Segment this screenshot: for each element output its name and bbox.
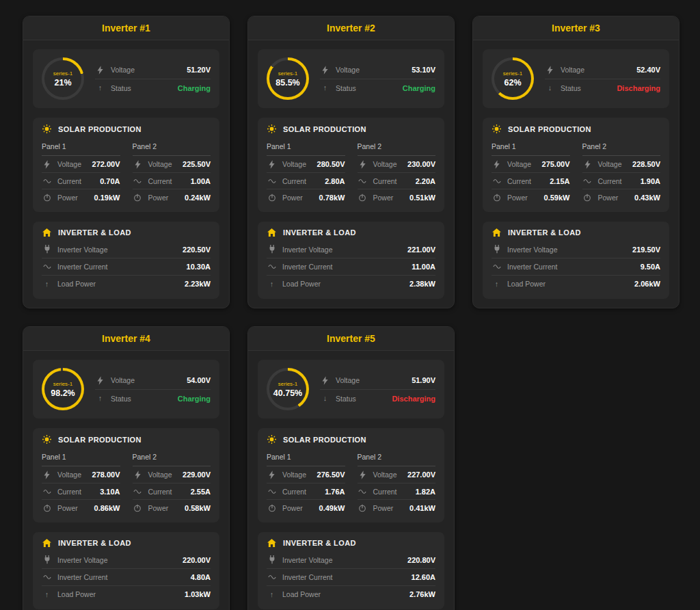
sine-wave-icon <box>133 178 143 184</box>
panel-power-label: Power <box>282 504 303 512</box>
inverter-current-label: Inverter Current <box>57 573 108 581</box>
inverter-current-value: 12.60A <box>412 573 435 581</box>
panel-column-1: Panel 1 Voltage 276.50V C <box>267 450 345 516</box>
plug-icon <box>492 245 502 254</box>
load-rows: Inverter Voltage 221.00V Inverter Curren… <box>267 241 435 292</box>
sine-wave-icon <box>492 178 502 184</box>
sine-wave-icon <box>42 489 52 494</box>
panel-voltage-value: 276.50V <box>317 470 345 479</box>
panel-current-row: Current 1.90A <box>582 172 661 189</box>
house-icon <box>267 228 277 237</box>
panel-current-label: Current <box>373 177 397 185</box>
battery-voltage-label: Voltage <box>561 66 584 74</box>
load-power-label: Load Power <box>57 280 96 288</box>
house-icon <box>267 539 277 547</box>
panel-current-label: Current <box>598 177 622 185</box>
panel-power-label: Power <box>57 504 78 512</box>
sine-wave-icon <box>358 178 368 184</box>
panel-current-label: Current <box>57 177 81 185</box>
dashboard-grid: Inverter #1 series-1 21% Voltage <box>0 0 700 610</box>
load-rows: Inverter Voltage 220.80V Inverter Curren… <box>267 551 435 602</box>
panel-power-row: Power 0.19kW <box>42 189 120 205</box>
panel-name: Panel 2 <box>582 140 661 156</box>
load-power-value: 2.76kW <box>409 590 435 598</box>
battery-status-value: Charging <box>178 395 211 403</box>
panel-name: Panel 1 <box>42 450 120 466</box>
battery-section: series-1 62% Voltage 52.40V ↓ Status <box>483 49 669 108</box>
battery-percent: 85.5% <box>275 78 299 88</box>
battery-status-value: Discharging <box>392 395 435 403</box>
power-icon <box>267 504 277 512</box>
battery-gauge-center: series-1 98.2% <box>44 371 81 408</box>
panel-power-label: Power <box>148 504 169 512</box>
sun-icon <box>492 124 502 133</box>
inverter-current-value: 11.00A <box>412 263 435 271</box>
panel-power-row: Power 0.24kW <box>133 189 211 205</box>
inverter-voltage-label: Inverter Voltage <box>282 556 333 564</box>
battery-section: series-1 85.5% Voltage 53.10V ↑ Statu <box>258 49 444 108</box>
arrow-up-icon: ↑ <box>95 84 105 92</box>
battery-status-row: ↑ Status Charging <box>95 389 211 407</box>
plug-icon <box>267 245 277 254</box>
inverter-voltage-label: Inverter Voltage <box>282 246 333 254</box>
battery-rows: Voltage 51.90V ↓ Status Discharging <box>320 371 435 407</box>
solar-panels: Panel 1 Voltage 276.50V C <box>267 450 435 516</box>
panel-power-value: 0.59kW <box>544 194 570 202</box>
load-heading: INVERTER & LOAD <box>58 228 131 237</box>
solar-panels: Panel 1 Voltage 278.00V C <box>42 450 211 516</box>
card-body: series-1 85.5% Voltage 53.10V ↑ Statu <box>248 40 454 308</box>
inverter-load-section: INVERTER & LOAD Inverter Voltage 220.00V <box>33 532 219 609</box>
panel-column-2: Panel 2 Voltage 227.00V C <box>358 450 436 516</box>
panel-column-1: Panel 1 Voltage 278.00V C <box>42 450 120 516</box>
panel-name: Panel 1 <box>267 450 345 466</box>
battery-percent: 98.2% <box>51 388 75 398</box>
panel-power-row: Power 0.41kW <box>358 499 436 516</box>
solar-heading-row: SOLAR PRODUCTION <box>267 124 435 133</box>
arrow-up-icon: ↑ <box>267 591 277 598</box>
power-icon <box>133 194 143 202</box>
inverter-current-row: Inverter Current 9.50A <box>492 258 660 275</box>
gauge-series-label: series-1 <box>53 381 72 387</box>
battery-gauge: series-1 62% <box>492 57 534 100</box>
gauge-series-label: series-1 <box>278 70 297 77</box>
panel-current-label: Current <box>373 488 397 496</box>
battery-section: series-1 21% Voltage 51.20V ↑ Status <box>33 49 219 108</box>
battery-voltage-row: Voltage 54.00V <box>95 371 211 389</box>
power-icon <box>582 194 593 202</box>
panel-power-row: Power 0.59kW <box>492 189 570 205</box>
lightning-bolt-icon <box>95 376 105 385</box>
panel-current-label: Current <box>282 488 306 496</box>
panel-name: Panel 2 <box>133 450 211 466</box>
solar-panels: Panel 1 Voltage 280.50V C <box>267 140 435 205</box>
sine-wave-icon <box>133 489 143 494</box>
solar-heading-row: SOLAR PRODUCTION <box>42 124 211 133</box>
load-power-label: Load Power <box>282 590 321 598</box>
panel-current-value: 2.15A <box>550 177 569 185</box>
panel-voltage-value: 280.50V <box>317 160 345 168</box>
sine-wave-icon <box>267 264 277 269</box>
panel-current-value: 1.76A <box>325 488 345 496</box>
battery-voltage-row: Voltage 52.40V <box>545 61 660 79</box>
battery-voltage-label: Voltage <box>111 376 135 384</box>
panel-current-value: 0.70A <box>100 177 120 185</box>
solar-heading: SOLAR PRODUCTION <box>283 125 366 133</box>
inverter-title: Inverter #5 <box>255 333 447 344</box>
power-icon <box>358 194 368 202</box>
sine-wave-icon <box>267 178 277 184</box>
panel-power-value: 0.24kW <box>185 194 211 202</box>
panel-current-label: Current <box>57 488 81 496</box>
battery-voltage-label: Voltage <box>111 66 135 74</box>
solar-production-section: SOLAR PRODUCTION Panel 1 Voltage 276.50V <box>258 428 444 522</box>
house-icon <box>42 228 52 237</box>
battery-voltage-label: Voltage <box>336 376 360 384</box>
sine-wave-icon <box>42 264 52 269</box>
load-heading-row: INVERTER & LOAD <box>42 228 211 237</box>
panel-power-value: 0.51kW <box>409 194 435 202</box>
solar-heading: SOLAR PRODUCTION <box>58 125 142 133</box>
panel-voltage-label: Voltage <box>282 470 306 479</box>
load-power-value: 2.23kW <box>185 280 211 288</box>
inverter-title: Inverter #3 <box>480 23 672 34</box>
panel-voltage-row: Voltage 272.00V <box>42 156 120 172</box>
power-icon <box>133 504 143 512</box>
battery-gauge-center: series-1 85.5% <box>269 60 306 97</box>
